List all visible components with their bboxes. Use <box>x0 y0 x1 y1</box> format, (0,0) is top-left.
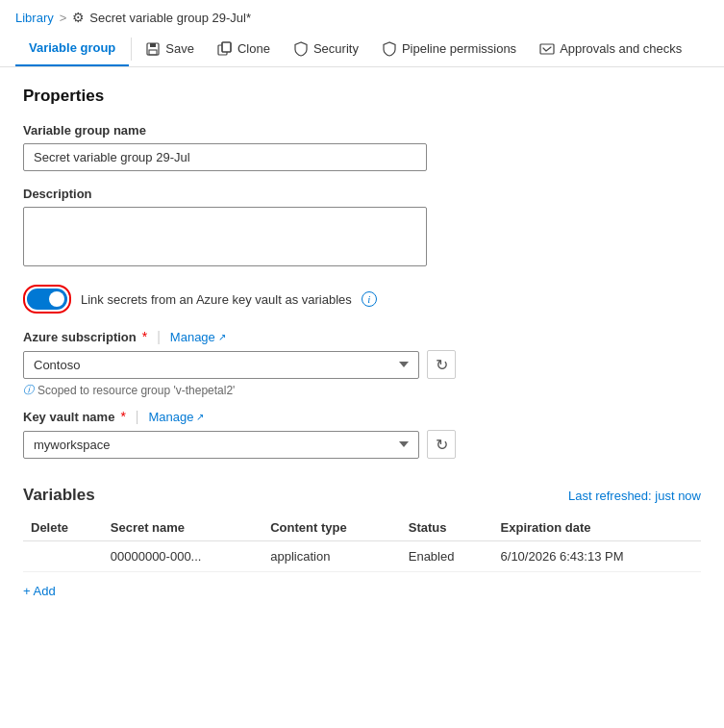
toolbar-divider-1 <box>131 38 132 61</box>
name-input[interactable] <box>23 143 427 171</box>
toggle-info-icon[interactable]: i <box>362 291 377 307</box>
external-link-icon: ↗ <box>218 332 226 342</box>
col-secret-name: Secret name <box>103 515 262 541</box>
col-delete: Delete <box>23 515 103 541</box>
keyvault-external-icon: ↗ <box>196 412 204 422</box>
keyvault-refresh-button[interactable]: ↻ <box>427 430 456 459</box>
breadcrumb: Library > ⚙ Secret variable group 29-Jul… <box>0 0 724 31</box>
breadcrumb-current-title: Secret variable group 29-Jul* <box>89 11 251 25</box>
toolbar: Variable group Save Clone Security Pipel… <box>0 31 724 67</box>
pipeline-permissions-icon <box>382 41 397 57</box>
azure-subscription-section: Azure subscription * | Manage ↗ Contoso … <box>23 329 701 397</box>
keyvault-required: * <box>120 409 125 424</box>
variables-header: Variables Last refreshed: just now <box>23 486 701 505</box>
security-button[interactable]: Security <box>282 34 370 64</box>
add-button[interactable]: + Add <box>23 576 56 606</box>
row-delete <box>23 541 103 572</box>
save-button[interactable]: Save <box>134 34 206 64</box>
scoped-hint: ⓘ Scoped to resource group 'v-thepetal2' <box>23 383 701 397</box>
subscription-required: * <box>142 329 147 344</box>
keyvault-manage-link[interactable]: Manage ↗ <box>148 410 204 424</box>
variable-group-icon: ⚙ <box>72 10 85 25</box>
pipeline-permissions-button[interactable]: Pipeline permissions <box>370 34 528 64</box>
main-content: Properties Variable group name Descripti… <box>0 67 724 625</box>
breadcrumb-library-link[interactable]: Library <box>15 11 54 25</box>
keyvault-dropdown-row: myworkspace ↻ <box>23 430 456 459</box>
pipe-divider: | <box>157 329 161 344</box>
save-icon <box>145 41 161 57</box>
tab-variable-group[interactable]: Variable group <box>15 31 129 66</box>
keyvault-dropdown[interactable]: myworkspace <box>23 431 419 459</box>
svg-rect-2 <box>149 50 157 55</box>
properties-title: Properties <box>23 87 701 106</box>
svg-rect-4 <box>222 42 231 52</box>
row-expiration: 6/10/2026 6:43:13 PM <box>493 541 701 572</box>
clone-icon <box>217 41 233 57</box>
variables-title: Variables <box>23 486 95 505</box>
approvals-button[interactable]: Approvals and checks <box>528 34 693 64</box>
keyvault-label: Key vault name <box>23 410 114 424</box>
description-input[interactable] <box>23 207 427 266</box>
subscription-refresh-button[interactable]: ↻ <box>427 350 456 379</box>
approvals-icon <box>539 41 555 57</box>
description-field-group: Description <box>23 187 701 269</box>
last-refreshed: Last refreshed: just now <box>568 489 701 503</box>
hint-info-icon: ⓘ <box>23 383 34 397</box>
table-header-row: Delete Secret name Content type Status E… <box>23 515 701 541</box>
clone-button[interactable]: Clone <box>206 34 282 64</box>
col-status: Status <box>401 515 493 541</box>
row-content-type: application <box>262 541 401 572</box>
subscription-dropdown-row: Contoso ↻ <box>23 350 456 379</box>
toggle-row: Link secrets from an Azure key vault as … <box>23 285 701 314</box>
subscription-label: Azure subscription <box>23 330 137 344</box>
table-row: 00000000-000... application Enabled 6/10… <box>23 541 701 572</box>
row-status: Enabled <box>401 541 493 572</box>
col-content-type: Content type <box>262 515 401 541</box>
svg-rect-1 <box>150 43 156 47</box>
pipe-divider-2: | <box>136 409 139 424</box>
subscription-dropdown[interactable]: Contoso <box>23 351 419 379</box>
toggle-wrapper <box>23 285 71 314</box>
row-secret-name: 00000000-000... <box>103 541 262 572</box>
toggle-label: Link secrets from an Azure key vault as … <box>81 292 352 307</box>
subscription-label-row: Azure subscription * | Manage ↗ <box>23 329 701 344</box>
svg-rect-6 <box>540 44 554 54</box>
security-icon <box>293 41 309 57</box>
description-label: Description <box>23 187 701 201</box>
col-expiration: Expiration date <box>493 515 701 541</box>
toggle-knob <box>49 291 64 307</box>
variables-table: Delete Secret name Content type Status E… <box>23 515 701 572</box>
keyvault-section: Key vault name * | Manage ↗ myworkspace … <box>23 409 701 459</box>
keyvault-toggle[interactable] <box>27 289 67 310</box>
variables-section: Variables Last refreshed: just now Delet… <box>23 486 701 606</box>
name-label: Variable group name <box>23 123 701 138</box>
name-field-group: Variable group name <box>23 123 701 171</box>
breadcrumb-separator: > <box>60 11 67 25</box>
subscription-manage-link[interactable]: Manage ↗ <box>170 330 226 344</box>
keyvault-label-row: Key vault name * | Manage ↗ <box>23 409 701 424</box>
